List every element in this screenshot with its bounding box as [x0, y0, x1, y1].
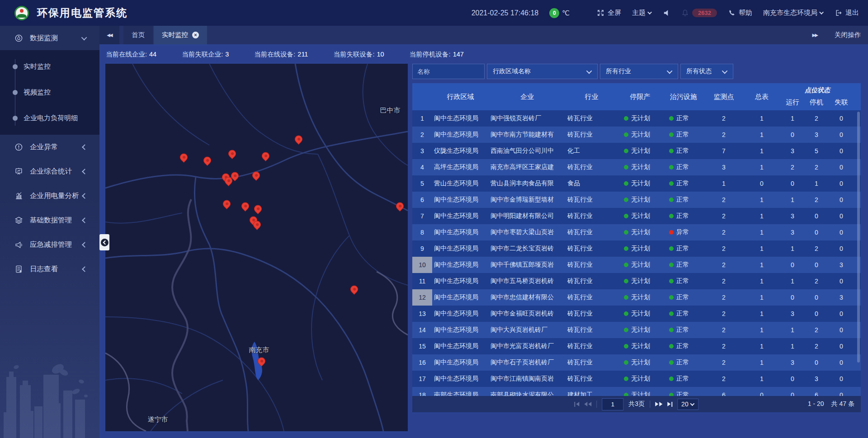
cell-halt-count: 2 — [805, 343, 828, 350]
pagination-prev-button[interactable] — [584, 402, 591, 406]
row-index: 1 — [412, 110, 432, 127]
cell-lost-count: 0 — [828, 196, 854, 203]
pagination-first-button[interactable] — [574, 402, 579, 407]
sidebar-item-enterprise-abnormal[interactable]: 企业异常 — [0, 135, 99, 159]
map-marker-pin[interactable] — [252, 171, 260, 179]
notifications-button[interactable]: 2632 — [681, 9, 717, 17]
status-dot-icon — [624, 165, 628, 170]
cell-company: 西南油气田分公司川中 — [489, 147, 566, 155]
fullscreen-button[interactable]: 全屏 — [597, 9, 621, 17]
map-marker-pin[interactable] — [254, 205, 262, 213]
sidebar-item-emergency-reduction[interactable]: 应急减排管理 — [0, 232, 99, 257]
close-operations-button[interactable]: 关闭操作 — [835, 31, 861, 39]
fullscreen-icon — [597, 9, 604, 17]
city-label: 遂宁市 — [148, 415, 168, 424]
map-canvas[interactable]: 巴中市南充市遂宁市 — [105, 64, 408, 431]
table-row[interactable]: 1阆中生态环境局阆中强锐页岩砖厂砖瓦行业无计划正常21120 — [412, 110, 861, 127]
cell-meter-count: 0 — [743, 180, 780, 187]
mute-button[interactable] — [663, 9, 670, 17]
map-marker-pin[interactable] — [231, 172, 239, 180]
table-row[interactable]: 8阆中生态环境局阆中市枣碧大梁山页岩砖瓦行业无计划异常21300 — [412, 224, 861, 240]
sidebar-item-base-data[interactable]: 基础数据管理 — [0, 208, 99, 232]
cell-industry: 砖瓦行业 — [566, 326, 618, 334]
status-dot-icon — [669, 116, 674, 121]
organization-menu[interactable]: 南充市生态环境局 — [763, 9, 824, 17]
col-meter: 总表 — [755, 93, 769, 101]
table-row[interactable]: 9阆中生态环境局阆中市二龙长宝页岩砖砖瓦行业无计划正常21120 — [412, 240, 861, 257]
table-row[interactable]: 15阆中生态环境局阆中市光富页岩机砖厂砖瓦行业无计划正常21120 — [412, 338, 861, 354]
tab-item[interactable]: 首页 — [123, 26, 153, 44]
cell-halt-count: 2 — [805, 115, 828, 122]
cell-region: 阆中生态环境局 — [432, 326, 489, 334]
sidebar-item-log-view[interactable]: 日志查看 — [0, 257, 99, 281]
page-size-select[interactable]: 20 — [677, 399, 699, 410]
table-row[interactable]: 3仪陇生态环境局西南油气田分公司川中化工无计划正常71350 — [412, 143, 861, 159]
map-marker-pin[interactable] — [295, 135, 303, 143]
table-row[interactable]: 2阆中生态环境局阆中市南方节能建材有砖瓦行业无计划正常21030 — [412, 127, 861, 143]
status-dot-icon — [624, 311, 628, 316]
stat-value: 3 — [225, 51, 229, 58]
map-marker-pin[interactable] — [228, 150, 236, 158]
help-button[interactable]: 帮助 — [728, 9, 752, 17]
table-row[interactable]: 14阆中生态环境局阆中大兴页岩机砖厂砖瓦行业无计划正常21120 — [412, 322, 861, 338]
cell-limit-status: 无计划 — [618, 196, 663, 204]
cell-halt-count: 0 — [805, 310, 828, 317]
map-marker-pin[interactable] — [262, 152, 270, 160]
tabs-scroll-right-button[interactable]: ▶▶ — [812, 33, 817, 38]
region-filter-select[interactable]: 行政区域名称 — [487, 64, 598, 79]
map-marker-pin[interactable] — [180, 153, 188, 161]
map-marker-pin[interactable] — [203, 156, 212, 165]
table-row[interactable]: 6阆中生态环境局阆中市金博瑞新型墙材砖瓦行业无计划正常21120 — [412, 192, 861, 208]
theme-menu-button[interactable]: 主题 — [632, 9, 652, 17]
table-row[interactable]: 4高坪生态环境局南充市高坪区王家店建砖瓦行业无计划正常31220 — [412, 159, 861, 175]
logout-button[interactable]: 退出 — [835, 9, 859, 17]
table-row[interactable]: 10阆中生态环境局阆中千佛镇五郎垭页岩砖瓦行业无计划正常21003 — [412, 257, 861, 273]
sidebar-subitem[interactable]: 视频监控 — [0, 80, 99, 105]
sidebar-item-power-analysis[interactable]: 企业用电量分析 — [0, 184, 99, 208]
cell-run-count: 3 — [780, 212, 805, 220]
map-marker-pin[interactable] — [258, 357, 266, 365]
tab-item[interactable]: 实时监控× — [154, 26, 207, 44]
name-filter-input[interactable] — [412, 64, 485, 79]
sidebar-subitem[interactable]: 实时监控 — [0, 54, 99, 80]
status-filter-select[interactable]: 所有状态 — [680, 64, 733, 79]
sidebar-subitem[interactable]: 企业电力负荷明细 — [0, 105, 99, 131]
page-number-input[interactable] — [602, 398, 623, 410]
cell-region: 阆中生态环境局 — [432, 342, 489, 350]
stat-item: 当前在线企业:44 — [106, 50, 156, 59]
map-marker-pin[interactable] — [241, 202, 250, 210]
table-row[interactable]: 11阆中生态环境局阆中市五马桥页岩机砖砖瓦行业无计划正常21120 — [412, 273, 861, 289]
col-facility: 治污设施 — [670, 93, 697, 101]
table-row[interactable]: 18南部生态环境局南部县砌块水泥有限公建材加工无计划正常60060 — [412, 387, 861, 396]
table-scrollbar[interactable] — [857, 112, 860, 363]
tabs-scroll-left-button[interactable]: ◀◀ — [99, 26, 119, 44]
cell-halt-count: 2 — [805, 326, 828, 334]
chevron-left-icon — [103, 240, 107, 245]
industry-filter-select[interactable]: 所有行业 — [600, 64, 678, 79]
cell-monitor-count: 1 — [704, 180, 743, 187]
table-row[interactable]: 12阆中生态环境局阆中市忠信建材有限公砖瓦行业无计划正常21003 — [412, 289, 861, 306]
table-row[interactable]: 5营山生态环境局营山县润丰肉食品有限食品无计划正常10010 — [412, 175, 861, 192]
cell-limit-status: 无计划 — [618, 310, 663, 318]
table-row[interactable]: 7阆中生态环境局阆中明阳建材有限公司砖瓦行业无计划正常21300 — [412, 208, 861, 224]
map-marker-pin[interactable] — [223, 200, 231, 208]
map-marker-pin[interactable] — [396, 202, 404, 210]
pagination-next-button[interactable] — [655, 402, 662, 406]
sidebar-collapse-button[interactable] — [99, 234, 109, 250]
table-row[interactable]: 16阆中生态环境局阆中市石子页岩机砖厂砖瓦行业无计划正常21300 — [412, 354, 861, 371]
cell-run-count: 2 — [780, 164, 805, 171]
cell-region: 高坪生态环境局 — [432, 163, 489, 171]
status-dot-icon — [669, 360, 674, 365]
table-row[interactable]: 13阆中生态环境局阆中市金福旺页岩机砖砖瓦行业无计划正常21300 — [412, 306, 861, 322]
map-overlay: 巴中市南充市遂宁市 — [105, 64, 408, 431]
sidebar-item-data-monitor[interactable]: 数据监测 — [0, 26, 99, 50]
pagination-last-button[interactable] — [667, 402, 672, 407]
status-dot-icon — [669, 295, 674, 300]
map-marker-pin[interactable] — [350, 285, 359, 293]
tab-close-icon[interactable]: × — [192, 32, 199, 38]
table-row[interactable]: 17阆中生态环境局阆中市江南镇阆南页岩砖瓦行业无计划正常21030 — [412, 371, 861, 387]
sidebar-item-enterprise-stats[interactable]: 企业综合统计 — [0, 159, 99, 184]
cell-meter-count: 1 — [743, 115, 780, 122]
cell-meter-count: 1 — [743, 229, 780, 236]
map-marker-pin[interactable] — [253, 221, 261, 229]
